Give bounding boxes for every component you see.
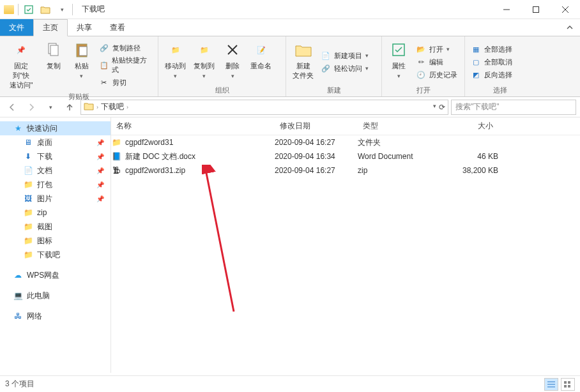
qat-customize-icon[interactable]: ▾	[56, 3, 68, 16]
nav-back-button[interactable]	[4, 99, 20, 116]
qat-new-folder-icon[interactable]	[39, 3, 52, 16]
edit-button[interactable]: ✏编辑	[413, 56, 461, 68]
refresh-icon[interactable]: ⟳	[439, 103, 445, 112]
tab-file[interactable]: 文件	[0, 19, 33, 36]
sidebar-item-zip[interactable]: 📁zip	[0, 206, 111, 220]
paste-button[interactable]: 粘贴▾	[68, 38, 96, 92]
column-name[interactable]: 名称	[111, 121, 275, 132]
sidebar-item-downloads[interactable]: ⬇下载📌	[0, 149, 111, 163]
copy-path-button[interactable]: 🔗复制路径	[96, 41, 155, 54]
pin-icon: 📌	[96, 195, 104, 202]
new-folder-button[interactable]: 新建 文件夹	[289, 38, 317, 86]
select-none-button[interactable]: ▢全部取消	[468, 56, 515, 68]
file-row[interactable]: 🗜cgpdf2word31.zip 2020-09-04 16:27 zip 3…	[111, 163, 580, 177]
paste-icon	[72, 40, 91, 59]
ribbon-group-open: 属性▾ 📂打开▾ ✏编辑 🕘历史记录 打开	[382, 36, 465, 96]
address-bar[interactable]: › 下载吧 › ▾ ⟳	[80, 100, 448, 115]
paste-shortcut-button[interactable]: 📋粘贴快捷方式	[96, 54, 155, 76]
move-to-button[interactable]: 📁移动到▾	[161, 38, 190, 86]
sidebar-item-quick-access[interactable]: ★快速访问	[0, 121, 111, 135]
shortcut-icon: 📋	[99, 60, 109, 70]
invert-selection-button[interactable]: ◩反向选择	[468, 68, 515, 81]
copy-to-icon: 📁	[195, 40, 214, 59]
ribbon-toggle-icon[interactable]	[560, 21, 580, 36]
quick-access-toolbar: ▾	[0, 3, 77, 16]
address-dropdown-icon[interactable]: ▾	[433, 103, 436, 112]
download-icon: ⬇	[23, 151, 33, 162]
group-label: 选择	[468, 86, 533, 96]
nav-forward-button[interactable]	[23, 99, 40, 116]
ribbon-group-select: ▦全部选择 ▢全部取消 ◩反向选择 选择	[465, 36, 535, 96]
folder-icon	[4, 5, 14, 14]
delete-button[interactable]: 删除▾	[218, 38, 247, 86]
documents-icon: 📄	[23, 165, 33, 176]
crumb-separator-icon[interactable]: ›	[126, 104, 128, 110]
close-button[interactable]	[551, 0, 580, 19]
sidebar-item-pack[interactable]: 📁打包📌	[0, 177, 111, 192]
tab-share[interactable]: 共享	[68, 20, 101, 36]
copy-to-button[interactable]: 📁复制到▾	[190, 38, 218, 86]
minimize-button[interactable]	[492, 0, 521, 19]
rename-button[interactable]: 📝重命名	[247, 38, 275, 86]
main-area: ★快速访问 🖥桌面📌 ⬇下载📌 📄文档📌 📁打包📌 🖼图片📌 📁zip 📁截图 …	[0, 117, 580, 373]
svg-rect-16	[568, 381, 570, 384]
icons-view-button[interactable]	[561, 378, 575, 391]
select-all-button[interactable]: ▦全部选择	[468, 43, 515, 56]
doc-icon: 📘	[111, 151, 121, 162]
search-input[interactable]: 搜索"下载吧"	[451, 100, 576, 115]
nav-up-button[interactable]	[61, 99, 78, 116]
separator	[18, 4, 19, 15]
file-row[interactable]: 📘新建 DOC 文档.docx 2020-09-04 16:34 Word Do…	[111, 149, 580, 163]
nav-recent-button[interactable]: ▾	[42, 99, 59, 116]
svg-rect-6	[50, 45, 58, 56]
column-headers: 名称 修改日期 类型 大小	[111, 117, 580, 135]
sidebar-item-desktop[interactable]: 🖥桌面📌	[0, 135, 111, 149]
properties-button[interactable]: 属性▾	[385, 38, 413, 86]
folder-icon: 📁	[111, 137, 121, 147]
pictures-icon: 🖼	[23, 193, 33, 204]
tab-view[interactable]: 查看	[101, 20, 134, 36]
edit-icon: ✏	[416, 57, 426, 67]
ribbon-group-new: 新建 文件夹 📄新建项目▾ 🔗轻松访问▾ 新建	[286, 36, 382, 96]
copy-icon	[44, 40, 63, 59]
new-folder-icon	[294, 40, 313, 59]
sidebar-item-icons[interactable]: 📁图标	[0, 234, 111, 248]
easy-access-button[interactable]: 🔗轻松访问▾	[317, 62, 372, 75]
sidebar-item-network[interactable]: 🖧网络	[0, 309, 111, 323]
open-button[interactable]: 📂打开▾	[413, 43, 461, 56]
folder-icon: 📁	[23, 179, 33, 190]
tab-home[interactable]: 主页	[33, 19, 68, 36]
sidebar-item-xiazaiba[interactable]: 📁下载吧	[0, 248, 111, 262]
svg-rect-18	[568, 385, 570, 388]
column-size[interactable]: 大小	[434, 121, 498, 132]
sidebar-item-pictures[interactable]: 🖼图片📌	[0, 192, 111, 206]
path-icon: 🔗	[99, 43, 109, 53]
pin-icon: 📌	[96, 181, 104, 188]
item-count: 3 个项目	[5, 379, 34, 389]
sidebar-item-documents[interactable]: 📄文档📌	[0, 163, 111, 177]
sidebar-item-wps[interactable]: ☁WPS网盘	[0, 268, 111, 282]
sidebar-item-screenshots[interactable]: 📁截图	[0, 220, 111, 234]
column-type[interactable]: 类型	[358, 121, 434, 132]
maximize-button[interactable]	[521, 0, 551, 19]
crumb-separator-icon[interactable]: ›	[96, 104, 98, 110]
new-item-icon: 📄	[321, 50, 331, 61]
column-date[interactable]: 修改日期	[275, 121, 358, 132]
qat-properties-icon[interactable]	[22, 3, 35, 16]
history-icon: 🕘	[416, 70, 426, 80]
file-row[interactable]: 📁cgpdf2word31 2020-09-04 16:27 文件夹	[111, 135, 580, 149]
group-label: 打开	[385, 86, 462, 96]
pin-icon: 📌	[11, 40, 31, 59]
history-button[interactable]: 🕘历史记录	[413, 68, 461, 81]
pin-to-quick-access-button[interactable]: 📌固定到"快 速访问"	[3, 38, 40, 92]
rename-icon: 📝	[252, 40, 271, 59]
cut-button[interactable]: ✂剪切	[96, 76, 155, 89]
svg-rect-8	[79, 47, 87, 56]
sidebar-item-this-pc[interactable]: 💻此电脑	[0, 289, 111, 303]
svg-rect-2	[533, 6, 539, 12]
copy-button[interactable]: 复制	[40, 38, 68, 92]
new-item-button[interactable]: 📄新建项目▾	[317, 49, 372, 62]
breadcrumb-root[interactable]: 下载吧	[101, 102, 124, 112]
details-view-button[interactable]	[544, 378, 558, 391]
folder-icon: 📁	[23, 222, 33, 232]
